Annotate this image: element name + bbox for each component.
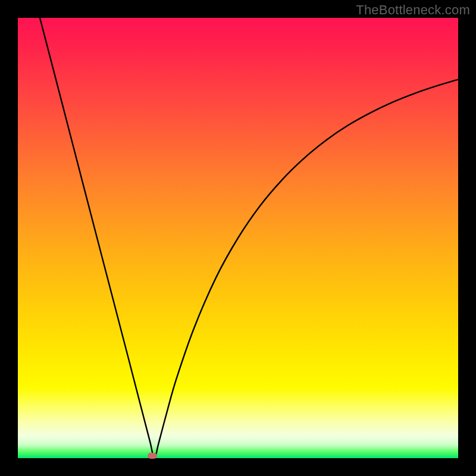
plot-area xyxy=(18,18,458,458)
watermark-text: TheBottleneck.com xyxy=(356,2,470,18)
chart-frame: TheBottleneck.com xyxy=(0,0,476,476)
bottleneck-curve xyxy=(40,18,458,458)
minimum-marker xyxy=(148,453,157,459)
curve-layer xyxy=(18,18,458,458)
